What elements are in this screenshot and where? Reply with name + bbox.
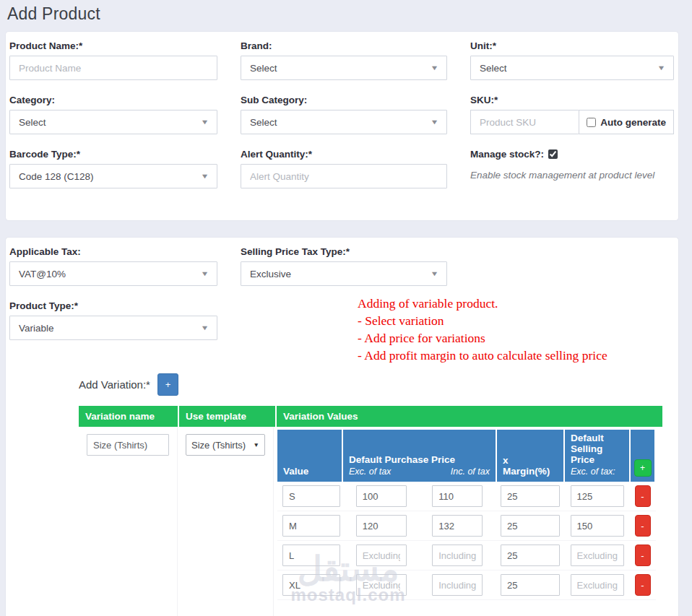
manage-stock-checkbox[interactable] [548, 149, 558, 159]
chevron-down-icon: ▼ [201, 173, 209, 180]
barcode-type-select-value: Code 128 (C128) [19, 171, 94, 182]
variation-values-cell: Value Default Purchase Price Exc. of tax… [274, 427, 662, 616]
product-name-input[interactable] [9, 56, 217, 80]
tax-variation-card: Applicable Tax: VAT@10% ▼ Selling Price … [5, 237, 679, 616]
selling-price-header: Default Selling Price Exc. of tax: [565, 430, 629, 482]
selling-price-input[interactable] [571, 545, 624, 566]
manage-stock-group: Manage stock?: Enable stock management a… [470, 149, 674, 181]
unit-label: Unit:* [470, 40, 674, 51]
chevron-down-icon: ▼ [431, 118, 439, 126]
auto-generate-addon: Auto generate [579, 110, 674, 134]
purchase-exc-input[interactable] [356, 515, 407, 537]
chevron-down-icon: ▼ [431, 270, 439, 277]
selling-price-input[interactable] [571, 515, 624, 537]
selling-price-tax-type-select[interactable]: Exclusive ▼ [241, 261, 447, 286]
sku-input[interactable] [470, 110, 579, 134]
price-row: - [277, 482, 656, 511]
annotation-line: - Add price for variations [358, 329, 607, 347]
product-type-label: Product Type:* [9, 300, 217, 311]
unit-group: Unit:* Select ▼ [470, 40, 674, 80]
margin-input[interactable] [501, 485, 560, 507]
applicable-tax-select[interactable]: VAT@10% ▼ [9, 261, 217, 286]
product-name-group: Product Name:* [9, 40, 217, 80]
purchase-inc-input[interactable] [432, 515, 483, 537]
purchase-inc-input[interactable] [432, 574, 483, 596]
applicable-tax-label: Applicable Tax: [9, 246, 217, 257]
purchase-exc-input[interactable] [356, 485, 407, 507]
purchase-exc-input[interactable] [356, 574, 407, 596]
purchase-price-header: Default Purchase Price Exc. of tax Inc. … [343, 430, 496, 482]
variation-value-input[interactable] [282, 574, 340, 596]
remove-row-button[interactable]: - [635, 485, 651, 507]
annotation-line: Adding of variable product. [358, 295, 607, 312]
product-type-select[interactable]: Variable ▼ [9, 316, 217, 340]
sub-category-select-value: Select [250, 117, 277, 128]
product-name-label: Product Name:* [9, 40, 217, 51]
remove-row-button[interactable]: - [635, 515, 651, 537]
purchase-inc-input[interactable] [432, 485, 483, 507]
margin-input[interactable] [501, 545, 560, 566]
variation-value-input[interactable] [282, 485, 340, 507]
add-row-button[interactable]: + [634, 459, 652, 477]
applicable-tax-select-value: VAT@10% [19, 269, 66, 279]
remove-row-button[interactable]: - [635, 574, 651, 596]
auto-generate-label: Auto generate [600, 117, 666, 128]
barcode-type-group: Barcode Type:* Code 128 (C128) ▼ [9, 149, 217, 188]
manage-stock-label: Manage stock?: [470, 149, 544, 160]
variation-name-cell [79, 427, 178, 616]
product-info-card: Product Name:* Brand: Select ▼ Unit:* Se… [5, 31, 679, 221]
category-label: Category: [9, 95, 217, 105]
product-type-select-value: Variable [19, 323, 54, 334]
variation-name-header: Variation name [79, 406, 178, 427]
use-template-select[interactable]: Size (Tshirts) ▼ [186, 434, 265, 456]
remove-row-button[interactable]: - [635, 545, 651, 566]
category-select[interactable]: Select ▼ [9, 110, 217, 134]
unit-select[interactable]: Select ▼ [470, 56, 674, 80]
category-select-value: Select [19, 117, 46, 128]
selling-price-tax-type-select-value: Exclusive [250, 269, 291, 279]
brand-select-value: Select [250, 63, 277, 74]
add-variation-label: Add Variation:* [79, 378, 150, 391]
purchase-inc-label: Inc. of tax [451, 467, 490, 477]
purchase-inc-input[interactable] [432, 545, 483, 566]
category-group: Category: Select ▼ [9, 95, 217, 134]
alert-quantity-label: Alert Quantity:* [241, 149, 447, 160]
sub-category-label: Sub Category: [241, 95, 447, 105]
add-variation-button[interactable]: + [157, 373, 178, 396]
alert-quantity-group: Alert Quantity:* [241, 149, 447, 188]
price-row: - [277, 541, 656, 571]
chevron-down-icon: ▼ [201, 118, 209, 126]
selling-price-tax-type-group: Selling Price Tax Type:* Exclusive ▼ [241, 246, 447, 286]
selling-price-input[interactable] [571, 574, 624, 596]
variation-value-input[interactable] [282, 545, 340, 566]
annotation-line: - Add profit margin to auto calculate se… [358, 347, 607, 364]
value-header: Value [277, 430, 342, 482]
variation-value-input[interactable] [282, 515, 340, 537]
annotation-line: - Select variation [358, 312, 607, 329]
manage-stock-hint: Enable stock management at product level [470, 170, 674, 181]
barcode-type-select[interactable]: Code 128 (C128) ▼ [9, 164, 217, 188]
brand-select[interactable]: Select ▼ [241, 56, 447, 80]
auto-generate-checkbox[interactable] [587, 118, 596, 127]
purchase-exc-input[interactable] [356, 545, 407, 566]
sub-category-select[interactable]: Select ▼ [241, 110, 447, 134]
brand-group: Brand: Select ▼ [241, 40, 447, 80]
margin-input[interactable] [501, 515, 560, 537]
alert-quantity-input[interactable] [241, 164, 447, 188]
margin-input[interactable] [501, 574, 560, 596]
variation-table: Variation name Use template Variation Va… [79, 406, 662, 616]
brand-label: Brand: [241, 40, 447, 51]
sub-category-group: Sub Category: Select ▼ [241, 95, 447, 134]
variation-values-header: Variation Values [277, 406, 662, 427]
applicable-tax-group: Applicable Tax: VAT@10% ▼ [9, 246, 217, 286]
selling-price-tax-type-label: Selling Price Tax Type:* [241, 246, 447, 257]
variation-name-input[interactable] [87, 434, 169, 456]
chevron-down-icon: ▼ [657, 64, 666, 71]
chevron-down-icon: ▼ [201, 324, 209, 331]
use-template-cell: Size (Tshirts) ▼ [178, 427, 274, 616]
margin-header: x Margin(%) [497, 430, 563, 482]
price-row: - [277, 511, 656, 541]
add-row-cell: + [631, 430, 654, 482]
chevron-down-icon: ▼ [254, 441, 259, 448]
selling-price-input[interactable] [571, 485, 624, 507]
